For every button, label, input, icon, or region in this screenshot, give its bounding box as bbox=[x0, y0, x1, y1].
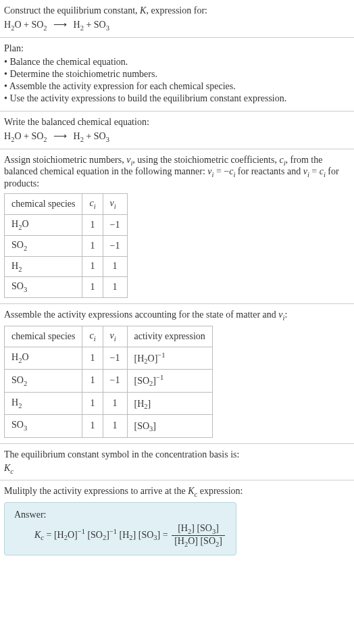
cell-c: 1 bbox=[82, 392, 103, 414]
th-text: chemical species bbox=[11, 331, 75, 341]
plan-item: • Balance the chemical equation. bbox=[4, 57, 350, 68]
stoich-table: chemical species ci νi H2O 1 −1 SO2 1 −1… bbox=[4, 193, 128, 298]
eq-sub4: 3 bbox=[106, 24, 109, 32]
table-header-row: chemical species ci νi bbox=[5, 194, 128, 215]
cell-activity: [H2] bbox=[127, 392, 212, 414]
table-row: H2 1 1 [H2] bbox=[5, 392, 213, 414]
sp: H bbox=[11, 397, 18, 407]
cell-c: 1 bbox=[82, 277, 103, 298]
activity-table: chemical species ci νi activity expressi… bbox=[4, 326, 213, 438]
plan-item: • Use the activity expressions to build … bbox=[4, 93, 350, 104]
basis-text: The equilibrium constant symbol in the c… bbox=[4, 449, 350, 460]
spsub: 3 bbox=[24, 286, 27, 293]
cell-nu: −1 bbox=[103, 214, 127, 235]
numc: ] bbox=[216, 523, 219, 533]
stoich-b: , using the stoichiometric coefficients, bbox=[132, 155, 279, 165]
balanced-equation: H2O + SO2 ⟶ H2 + SO3 bbox=[4, 130, 350, 143]
cell-species: SO3 bbox=[5, 415, 82, 437]
t2sup: −1 bbox=[109, 528, 117, 535]
act: [SO bbox=[134, 376, 150, 386]
spsub: 2 bbox=[18, 402, 22, 410]
cell-nu: −1 bbox=[103, 235, 127, 256]
k: K bbox=[4, 463, 10, 473]
sp: SO bbox=[11, 420, 24, 430]
cell-species: H2 bbox=[5, 256, 82, 277]
cell-species: H2 bbox=[5, 392, 82, 414]
cell-c: 1 bbox=[82, 235, 103, 256]
act: [H bbox=[134, 398, 145, 408]
beq-sub4: 3 bbox=[106, 136, 109, 143]
cell-species: SO3 bbox=[5, 277, 82, 298]
sp: SO bbox=[11, 375, 24, 385]
beq-sub2: 2 bbox=[43, 136, 47, 143]
plan-item: • Determine the stoichiometric numbers. bbox=[4, 69, 350, 80]
cell-c: 1 bbox=[82, 370, 103, 392]
table-row: SO2 1 −1 [SO2]−1 bbox=[5, 370, 213, 392]
cell-nu: 1 bbox=[103, 277, 127, 298]
cell-c: 1 bbox=[82, 214, 103, 235]
answer-section: Mulitply the activity expressions to arr… bbox=[0, 480, 354, 560]
cell-nu: 1 bbox=[103, 392, 127, 414]
table-row: SO3 1 1 bbox=[5, 277, 128, 298]
cell-species: H2O bbox=[5, 347, 82, 369]
th-ci: ci bbox=[82, 326, 103, 347]
fraction: [H2] [SO3][H2O] [SO2] bbox=[172, 523, 225, 548]
cell-nu: −1 bbox=[103, 370, 127, 392]
th-species: chemical species bbox=[5, 326, 82, 347]
dena: [H bbox=[174, 536, 184, 546]
denominator: [H2O] [SO2] bbox=[172, 536, 225, 548]
cell-activity: [H2O]−1 bbox=[127, 347, 212, 369]
cell-nu: −1 bbox=[103, 347, 127, 369]
spb: O bbox=[22, 352, 28, 362]
k-symbol: K bbox=[140, 5, 146, 16]
beq-h2: H bbox=[74, 131, 80, 141]
cell-c: 1 bbox=[82, 347, 103, 369]
denc: ] bbox=[219, 536, 222, 546]
table-row: SO2 1 −1 bbox=[5, 235, 128, 256]
numa: [H bbox=[178, 523, 188, 533]
th-species: chemical species bbox=[5, 194, 82, 215]
denb: O] [SO bbox=[188, 536, 216, 546]
intro-section: Construct the equilibrium constant, K, e… bbox=[0, 0, 354, 38]
plan-item: • Assemble the activity expression for e… bbox=[4, 81, 350, 92]
actb: O] bbox=[148, 353, 158, 363]
sp: H bbox=[11, 352, 18, 362]
th-text: activity expression bbox=[134, 331, 205, 341]
eq2b: = bbox=[309, 166, 320, 176]
act: [SO bbox=[134, 421, 150, 431]
spsub: 2 bbox=[24, 245, 27, 252]
ans-eq2: = bbox=[160, 530, 170, 540]
th-ci: ci bbox=[82, 194, 103, 215]
cell-activity: [SO3] bbox=[127, 415, 212, 437]
th-text: chemical species bbox=[11, 199, 75, 209]
cell-c: 1 bbox=[82, 415, 103, 437]
cell-activity: [SO2]−1 bbox=[127, 370, 212, 392]
stoich-e: for reactants and bbox=[235, 166, 303, 176]
stoich-a: Assign stoichiometric numbers, bbox=[4, 155, 126, 165]
th-nusub: i bbox=[114, 203, 116, 210]
intro-text: Construct the equilibrium constant, K, e… bbox=[4, 5, 350, 16]
th-activity: activity expression bbox=[127, 326, 212, 347]
sp: SO bbox=[11, 281, 24, 291]
th-nui: νi bbox=[103, 194, 127, 215]
mul-k: K bbox=[188, 486, 194, 496]
cell-species: H2O bbox=[5, 214, 82, 235]
t3a: [H bbox=[120, 530, 130, 540]
basis-section: The equilibrium constant symbol in the c… bbox=[0, 444, 354, 481]
sp: H bbox=[11, 219, 18, 229]
spb: O bbox=[22, 219, 28, 229]
sp: H bbox=[11, 261, 18, 271]
t2a: [SO bbox=[87, 530, 103, 540]
beq-o-so: O + SO bbox=[14, 131, 43, 141]
plan-title: Plan: bbox=[4, 43, 350, 54]
intro-part1: Construct the equilibrium constant, bbox=[4, 5, 140, 16]
spsub: 3 bbox=[24, 424, 27, 432]
cell-nu: 1 bbox=[103, 256, 127, 277]
actsup: −1 bbox=[156, 374, 163, 381]
answer-equation: Kc = [H2O]−1 [SO2]−1 [H2] [SO3] = [H2] [… bbox=[34, 523, 226, 548]
stoich-section: Assign stoichiometric numbers, νi, using… bbox=[0, 149, 354, 305]
cell-species: SO2 bbox=[5, 235, 82, 256]
table-row: H2O 1 −1 bbox=[5, 214, 128, 235]
actb: ] bbox=[153, 421, 156, 431]
cell-nu: 1 bbox=[103, 415, 127, 437]
